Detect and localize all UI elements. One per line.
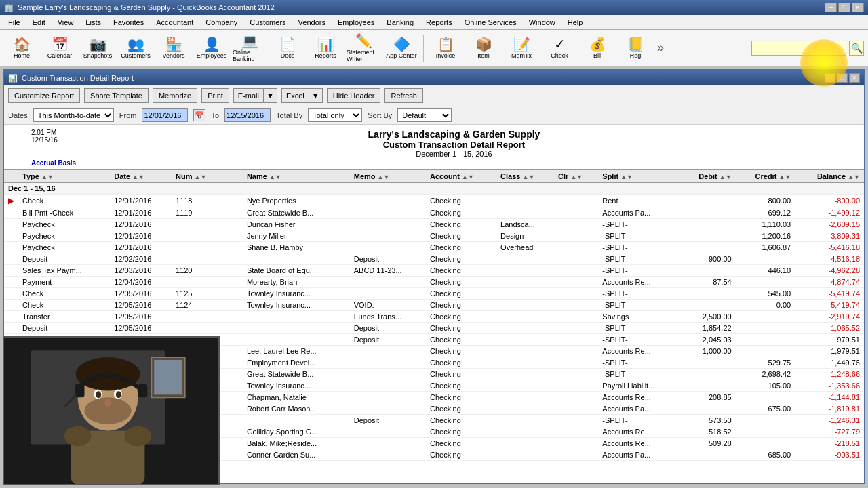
row-account: Checking bbox=[426, 334, 496, 346]
row-num: 1124 bbox=[172, 300, 243, 311]
close-button[interactable]: ✕ bbox=[852, 3, 864, 12]
from-date-input[interactable] bbox=[142, 108, 188, 122]
menu-customers[interactable]: Customers bbox=[244, 17, 291, 28]
toolbar-app-center[interactable]: 🔷 App Center bbox=[384, 32, 419, 64]
hide-header-button[interactable]: Hide Header bbox=[327, 88, 381, 103]
search-button[interactable]: 🔍 bbox=[849, 41, 864, 56]
col-clr[interactable]: Clr ▲▼ bbox=[554, 170, 598, 183]
table-row[interactable]: Paycheck 12/01/2016 Duncan Fisher Checki… bbox=[4, 219, 864, 230]
toolbar-more[interactable]: » bbox=[656, 41, 665, 55]
sort-by-select[interactable]: Default bbox=[397, 108, 452, 122]
col-balance[interactable]: Balance ▲▼ bbox=[795, 170, 864, 183]
toolbar-check[interactable]: ✓ Check bbox=[542, 32, 577, 64]
table-row[interactable]: Check 12/05/2016 1125 Townley Insuranc..… bbox=[4, 288, 864, 300]
report-title-controls[interactable]: ─ □ ✕ bbox=[825, 73, 860, 83]
row-debit: 208.85 bbox=[680, 392, 736, 403]
table-row[interactable]: Sales Tax Paym... 12/03/2016 1120 State … bbox=[4, 265, 864, 277]
col-date[interactable]: Date ▲▼ bbox=[110, 170, 172, 183]
toolbar-reg[interactable]: 📒 Reg bbox=[618, 32, 653, 64]
menu-file[interactable]: File bbox=[3, 17, 26, 28]
toolbar-bill[interactable]: 💰 Bill bbox=[580, 32, 615, 64]
row-balance: 1,449.76 bbox=[795, 357, 864, 369]
menu-online-services[interactable]: Online Services bbox=[459, 17, 522, 28]
col-name[interactable]: Name ▲▼ bbox=[243, 170, 350, 183]
employees-icon: 👤 bbox=[203, 37, 220, 51]
col-account[interactable]: Account ▲▼ bbox=[426, 170, 496, 183]
docs-icon: 📄 bbox=[279, 37, 296, 51]
report-minimize-button[interactable]: ─ bbox=[825, 73, 835, 83]
table-row[interactable]: Bill Pmt -Check 12/01/2016 1119 Great St… bbox=[4, 207, 864, 219]
title-bar-controls[interactable]: ─ □ ✕ bbox=[825, 3, 864, 12]
share-template-button[interactable]: Share Template bbox=[84, 88, 149, 103]
toolbar-statement-writer[interactable]: ✏️ Statement Writer bbox=[346, 32, 381, 64]
toolbar-invoice[interactable]: 📋 Invoice bbox=[428, 32, 463, 64]
table-row[interactable]: Paycheck 12/01/2016 Jenny Miller Checkin… bbox=[4, 230, 864, 242]
toolbar-calendar[interactable]: 📅 Calendar bbox=[42, 32, 77, 64]
report-toolbar: Customize Report Share Template Memorize… bbox=[4, 85, 864, 106]
report-close-button[interactable]: ✕ bbox=[849, 73, 860, 83]
row-account: Checking bbox=[426, 426, 496, 438]
report-time: 2:01 PM 12/15/16 bbox=[31, 129, 58, 158]
menu-edit[interactable]: Edit bbox=[27, 17, 51, 28]
minimize-button[interactable]: ─ bbox=[825, 3, 837, 12]
table-row[interactable]: Deposit 12/05/2016 Deposit Checking -SPL… bbox=[4, 323, 864, 334]
excel-button[interactable]: Excel bbox=[281, 88, 309, 103]
menu-accountant[interactable]: Accountant bbox=[151, 17, 199, 28]
table-row[interactable]: Check 12/05/2016 1124 Townley Insuranc..… bbox=[4, 300, 864, 311]
col-memo[interactable]: Memo ▲▼ bbox=[350, 170, 426, 183]
menu-reports[interactable]: Reports bbox=[420, 17, 458, 28]
menu-help[interactable]: Help bbox=[562, 17, 589, 28]
menu-vendors[interactable]: Vendors bbox=[293, 17, 331, 28]
email-dropdown: E-mail ▼ bbox=[233, 88, 277, 103]
menu-banking[interactable]: Banking bbox=[381, 17, 419, 28]
row-memo bbox=[350, 380, 426, 392]
col-credit[interactable]: Credit ▲▼ bbox=[736, 170, 795, 183]
menu-window[interactable]: Window bbox=[524, 17, 561, 28]
row-clr bbox=[554, 300, 598, 311]
search-input[interactable] bbox=[751, 41, 846, 56]
menu-favorites[interactable]: Favorites bbox=[108, 17, 149, 28]
col-debit[interactable]: Debit ▲▼ bbox=[680, 170, 736, 183]
toolbar-memtx[interactable]: 📝 MemTx bbox=[504, 32, 539, 64]
col-class[interactable]: Class ▲▼ bbox=[496, 170, 554, 183]
toolbar-snapshots[interactable]: 📷 Snapshots bbox=[80, 32, 115, 64]
refresh-button[interactable]: Refresh bbox=[384, 88, 423, 103]
svg-point-11 bbox=[104, 399, 111, 407]
col-type[interactable]: Type ▲▼ bbox=[18, 170, 110, 183]
toolbar-vendors[interactable]: 🏪 Vendors bbox=[156, 32, 191, 64]
table-row[interactable]: Paycheck 12/01/2016 Shane B. Hamby Check… bbox=[4, 242, 864, 253]
menu-company[interactable]: Company bbox=[200, 17, 243, 28]
print-button[interactable]: Print bbox=[201, 88, 229, 103]
dates-select[interactable]: This Month-to-date bbox=[33, 108, 114, 122]
toolbar-employees[interactable]: 👤 Employees bbox=[194, 32, 229, 64]
to-date-input[interactable] bbox=[224, 108, 271, 122]
email-dropdown-arrow[interactable]: ▼ bbox=[263, 88, 277, 103]
table-row[interactable]: Deposit 12/02/2016 Deposit Checking -SPL… bbox=[4, 253, 864, 265]
customize-report-button[interactable]: Customize Report bbox=[8, 88, 80, 103]
excel-dropdown-arrow[interactable]: ▼ bbox=[309, 88, 323, 103]
toolbar-reports[interactable]: 📊 Reports bbox=[308, 32, 343, 64]
report-maximize-button[interactable]: □ bbox=[837, 73, 848, 83]
col-num[interactable]: Num ▲▼ bbox=[172, 170, 243, 183]
memorize-button[interactable]: Memorize bbox=[153, 88, 197, 103]
toolbar-online-banking[interactable]: 💻 Online Banking bbox=[232, 32, 267, 64]
menu-employees[interactable]: Employees bbox=[332, 17, 380, 28]
row-arrow bbox=[4, 288, 18, 300]
row-split: -SPLIT- bbox=[598, 334, 680, 346]
total-by-select[interactable]: Total only bbox=[308, 108, 362, 122]
toolbar-docs[interactable]: 📄 Docs bbox=[270, 32, 305, 64]
menu-lists[interactable]: Lists bbox=[80, 17, 106, 28]
email-button[interactable]: E-mail bbox=[233, 88, 263, 103]
menu-view[interactable]: View bbox=[52, 17, 79, 28]
toolbar-customers[interactable]: 👥 Customers bbox=[118, 32, 153, 64]
maximize-button[interactable]: □ bbox=[838, 3, 850, 12]
from-calendar-button[interactable]: 📅 bbox=[193, 109, 205, 121]
table-row[interactable]: Transfer 12/05/2016 Funds Trans... Check… bbox=[4, 311, 864, 323]
col-split[interactable]: Split ▲▼ bbox=[598, 170, 680, 183]
table-row[interactable]: ▶ Check 12/01/2016 1118 Nye Properties C… bbox=[4, 195, 864, 207]
toolbar-item[interactable]: 📦 Item bbox=[466, 32, 501, 64]
table-row[interactable]: Payment 12/04/2016 Morearty, Brian Check… bbox=[4, 277, 864, 288]
toolbar-home[interactable]: 🏠 Home bbox=[4, 32, 39, 64]
row-type: Sales Tax Paym... bbox=[18, 265, 110, 277]
row-name: Nye Properties bbox=[243, 195, 350, 207]
